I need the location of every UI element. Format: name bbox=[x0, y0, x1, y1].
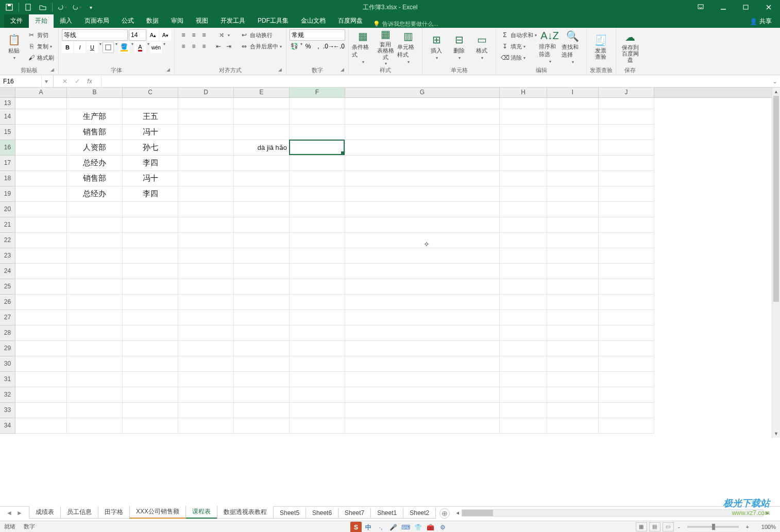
cell-H26[interactable] bbox=[500, 295, 547, 310]
cell-A26[interactable] bbox=[15, 295, 67, 310]
cell-I27[interactable] bbox=[547, 310, 599, 325]
cell-C16[interactable]: 孙七 bbox=[123, 140, 178, 156]
ime-toolbox-icon[interactable]: 🧰 bbox=[425, 522, 436, 532]
tab-review[interactable]: 审阅 bbox=[165, 14, 190, 28]
col-header-E[interactable]: E bbox=[234, 88, 290, 97]
bold-button[interactable]: B bbox=[62, 42, 73, 53]
cell-D24[interactable] bbox=[178, 264, 234, 279]
fx-icon[interactable]: fx bbox=[83, 75, 96, 87]
italic-button[interactable]: I bbox=[74, 42, 86, 53]
cells-area[interactable]: 生产部王五销售部冯十人资部孙七dà jiā hǎo总经办李四销售部冯十总经办李四 bbox=[15, 98, 772, 434]
zoom-in-icon[interactable]: + bbox=[744, 524, 751, 530]
cell-D26[interactable] bbox=[178, 295, 234, 310]
cell-G19[interactable] bbox=[345, 186, 500, 202]
tab-layout[interactable]: 页面布局 bbox=[78, 14, 115, 28]
cell-E24[interactable] bbox=[234, 264, 290, 279]
cell-D33[interactable] bbox=[178, 403, 234, 418]
alignment-dialog-launcher[interactable]: ◢ bbox=[278, 67, 284, 73]
share-button[interactable]: 👤共享 bbox=[745, 15, 776, 28]
increase-font-button[interactable]: A▴ bbox=[147, 29, 159, 41]
cell-H21[interactable] bbox=[500, 217, 547, 233]
cell-C20[interactable] bbox=[123, 202, 178, 217]
cell-C34[interactable] bbox=[123, 418, 178, 434]
cell-G21[interactable] bbox=[345, 217, 500, 233]
cell-F23[interactable] bbox=[290, 248, 345, 264]
cell-G25[interactable] bbox=[345, 279, 500, 295]
sheet-nav-next[interactable]: ► bbox=[15, 509, 24, 517]
cell-J20[interactable] bbox=[599, 202, 654, 217]
cell-D27[interactable] bbox=[178, 310, 234, 325]
cell-D21[interactable] bbox=[178, 217, 234, 233]
decrease-decimal-icon[interactable]: ←.0 bbox=[334, 42, 344, 51]
cell-B21[interactable] bbox=[67, 217, 123, 233]
cell-E17[interactable] bbox=[234, 156, 290, 171]
formula-input[interactable] bbox=[101, 78, 770, 85]
cell-B16[interactable]: 人资部 bbox=[67, 140, 123, 156]
row-header-30[interactable]: 30 bbox=[0, 356, 15, 372]
col-header-H[interactable]: H bbox=[500, 88, 547, 97]
open-icon[interactable] bbox=[37, 2, 49, 13]
tab-formulas[interactable]: 公式 bbox=[115, 14, 140, 28]
cell-E22[interactable] bbox=[234, 233, 290, 248]
cell-E21[interactable] bbox=[234, 217, 290, 233]
cell-H32[interactable] bbox=[500, 387, 547, 403]
cell-A29[interactable] bbox=[15, 341, 67, 356]
cell-F15[interactable] bbox=[290, 125, 345, 140]
cell-J30[interactable] bbox=[599, 356, 654, 372]
font-size-input[interactable] bbox=[129, 29, 146, 41]
cell-D17[interactable] bbox=[178, 156, 234, 171]
align-top-icon[interactable]: ≡ bbox=[179, 30, 188, 40]
font-color-button[interactable]: A bbox=[134, 42, 146, 53]
cell-E23[interactable] bbox=[234, 248, 290, 264]
cell-D32[interactable] bbox=[178, 387, 234, 403]
cell-D31[interactable] bbox=[178, 372, 234, 387]
underline-button[interactable]: U bbox=[87, 42, 98, 53]
cell-F30[interactable] bbox=[290, 356, 345, 372]
cell-C28[interactable] bbox=[123, 325, 178, 341]
cell-I17[interactable] bbox=[547, 156, 599, 171]
cell-I22[interactable] bbox=[547, 233, 599, 248]
add-sheet-button[interactable]: ⊕ bbox=[439, 508, 450, 519]
tab-dev[interactable]: 开发工具 bbox=[214, 14, 251, 28]
row-header-22[interactable]: 22 bbox=[0, 233, 15, 248]
cell-C13[interactable] bbox=[123, 98, 178, 109]
align-right-icon[interactable]: ≡ bbox=[199, 42, 209, 51]
cell-J15[interactable] bbox=[599, 125, 654, 140]
qat-customize-icon[interactable]: ▾ bbox=[84, 2, 97, 13]
cell-G20[interactable] bbox=[345, 202, 500, 217]
cell-D22[interactable] bbox=[178, 233, 234, 248]
accounting-format-icon[interactable]: 💱 bbox=[290, 42, 299, 51]
cell-F18[interactable] bbox=[290, 171, 345, 186]
cell-H19[interactable] bbox=[500, 186, 547, 202]
cell-C19[interactable]: 李四 bbox=[123, 186, 178, 202]
merge-center-button[interactable]: ⇔合并后居中▾ bbox=[239, 41, 283, 52]
cell-J33[interactable] bbox=[599, 403, 654, 418]
cell-C22[interactable] bbox=[123, 233, 178, 248]
col-header-J[interactable]: J bbox=[599, 88, 654, 97]
cell-H17[interactable] bbox=[500, 156, 547, 171]
cell-H29[interactable] bbox=[500, 341, 547, 356]
sheet-tab-Sheet6[interactable]: Sheet6 bbox=[306, 508, 338, 519]
hscroll-right-icon[interactable]: ► bbox=[764, 510, 772, 516]
cell-B23[interactable] bbox=[67, 248, 123, 264]
cell-F28[interactable] bbox=[290, 325, 345, 341]
cell-I13[interactable] bbox=[547, 98, 599, 109]
cell-B29[interactable] bbox=[67, 341, 123, 356]
cell-C18[interactable]: 冯十 bbox=[123, 171, 178, 186]
cell-J32[interactable] bbox=[599, 387, 654, 403]
tab-baidu[interactable]: 百度网盘 bbox=[332, 14, 369, 28]
cell-I21[interactable] bbox=[547, 217, 599, 233]
insert-cells-button[interactable]: ⊞插入▾ bbox=[426, 29, 447, 64]
cell-J22[interactable] bbox=[599, 233, 654, 248]
cell-C15[interactable]: 冯十 bbox=[123, 125, 178, 140]
cell-G15[interactable] bbox=[345, 125, 500, 140]
indent-decrease-icon[interactable]: ⇤ bbox=[214, 42, 223, 51]
cell-A15[interactable] bbox=[15, 125, 67, 140]
phonetic-button[interactable]: wén bbox=[150, 42, 162, 53]
table-format-button[interactable]: ▦套用 表格格式▾ bbox=[375, 29, 396, 64]
sheet-tab-田字格[interactable]: 田字格 bbox=[98, 506, 130, 519]
cell-G27[interactable] bbox=[345, 310, 500, 325]
row-header-21[interactable]: 21 bbox=[0, 217, 15, 233]
font-dialog-launcher[interactable]: ◢ bbox=[166, 67, 173, 73]
align-bottom-icon[interactable]: ≡ bbox=[199, 30, 209, 40]
